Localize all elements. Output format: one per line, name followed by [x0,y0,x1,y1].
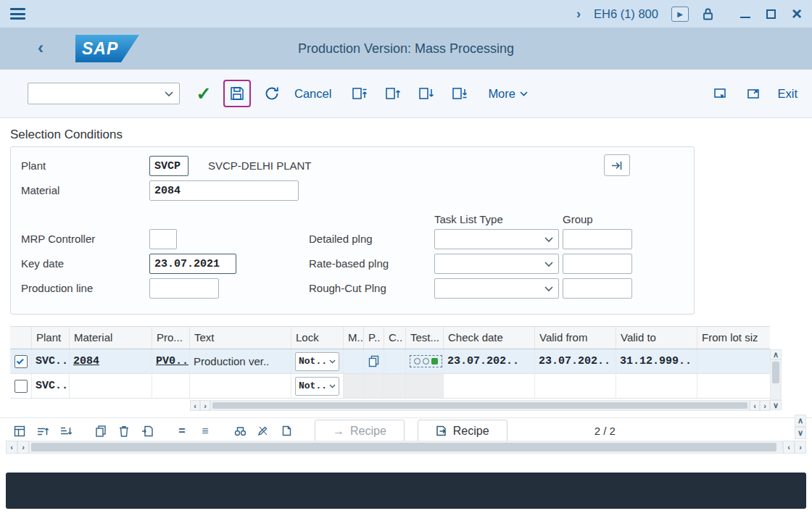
display-recipe-button[interactable]: Recipe [418,420,508,442]
cell-prod-version-link[interactable]: PV0.. [156,355,188,367]
column-header-valid-from[interactable]: Valid from [535,327,616,349]
shrink-window-button[interactable] [708,81,732,106]
scrollbar-thumb[interactable] [31,443,776,452]
multiple-selection-button[interactable] [604,154,630,176]
column-header-from-lot-size[interactable]: From lot siz [697,327,770,349]
sort-descending-button[interactable] [57,422,75,441]
delete-row-button[interactable] [115,422,133,441]
confirm-button[interactable]: ✓ [191,81,216,106]
column-header-plant[interactable]: Plant [32,327,70,349]
save-button[interactable] [223,80,251,107]
more-button[interactable]: More [488,87,528,101]
scroll-left-icon[interactable]: ‹ [6,441,17,454]
cell-check-date[interactable] [444,374,535,398]
scroll-up-icon[interactable]: ∧ [770,349,782,359]
refresh-button[interactable] [260,81,284,106]
column-header-prod-version[interactable]: Pro... [152,327,190,349]
scroll-down-icon[interactable]: ∨ [795,427,806,439]
paste-row-button[interactable] [138,422,157,441]
production-line-input[interactable] [149,278,219,299]
scroll-down-icon[interactable]: ∨ [770,400,782,410]
play-button-icon[interactable]: ▶ [671,7,689,22]
cell-prod-version[interactable] [152,374,190,398]
rough-cut-plng-group-input[interactable] [563,278,632,299]
column-header-lock[interactable]: Lock [291,327,344,349]
sort-ascending-button[interactable] [33,422,52,441]
scroll-right-icon[interactable]: › [17,441,29,454]
rough-cut-plng-select[interactable] [434,278,559,299]
cell-valid-to[interactable]: 31.12.999.. [616,349,697,373]
lock-icon[interactable] [702,7,714,21]
scroll-left-icon[interactable]: ‹ [750,400,760,411]
scroll-right-icon[interactable]: › [200,400,210,411]
column-header-c[interactable]: C.. [384,327,406,349]
column-header-material[interactable]: Material [70,327,152,349]
scroll-right-icon[interactable]: › [760,400,770,411]
cell-test [406,349,444,373]
cell-lock: Not.. [291,374,344,398]
previous-page-button[interactable] [381,81,405,106]
lock-select[interactable]: Not.. [295,352,339,371]
scrollbar-thumb[interactable] [212,402,747,409]
scroll-left-icon[interactable]: ‹ [783,441,795,454]
cell-material-link[interactable]: 2084 [73,355,99,367]
command-input[interactable] [28,83,159,102]
scrollbar-track[interactable] [770,359,782,400]
column-header-select[interactable] [10,327,32,349]
cell-valid-to[interactable] [616,374,697,398]
display-document-button[interactable] [277,422,296,441]
close-icon[interactable]: × [792,7,802,20]
copy-row-button[interactable] [91,422,110,441]
last-page-button[interactable] [447,81,472,106]
command-field[interactable] [28,83,180,104]
chevron-right-icon[interactable]: › [576,7,581,20]
column-header-test[interactable]: Test... [406,327,444,349]
next-page-button[interactable] [414,81,439,106]
column-header-valid-to[interactable]: Valid to [616,327,697,349]
mrp-controller-label: MRP Controller [21,229,95,249]
cell-material[interactable] [70,374,152,398]
rate-based-plng-select[interactable] [434,254,559,274]
mrp-controller-input[interactable] [149,229,177,249]
key-date-input[interactable] [149,254,236,274]
detailed-plng-select[interactable] [434,229,559,249]
transfer-to-recipe-button[interactable]: → Recipe [315,420,405,442]
cell-valid-from[interactable]: 23.07.202.. [535,349,616,373]
set-values-button[interactable]: = [173,422,191,441]
cell-check-date[interactable]: 23.07.202.. [444,349,535,373]
expand-window-button[interactable] [741,81,766,106]
plant-input[interactable] [149,156,188,176]
layout-button[interactable] [10,422,29,441]
material-input[interactable] [149,180,299,201]
pencil-icon [257,425,269,436]
detailed-plng-group-input[interactable] [563,229,632,249]
scroll-right-icon[interactable]: › [795,441,806,454]
column-header-p[interactable]: P.. [364,327,384,349]
menu-icon[interactable] [10,8,25,20]
column-header-m[interactable]: M.. [344,327,364,349]
maximize-icon[interactable] [766,9,776,19]
cancel-button[interactable]: Cancel [294,87,331,101]
rate-based-plng-group-input[interactable] [563,254,632,274]
exit-button[interactable]: Exit [777,87,798,101]
find-button[interactable] [231,422,249,441]
test-status-cell[interactable] [410,355,442,367]
cell-valid-from[interactable] [535,374,616,398]
lock-select[interactable]: Not.. [295,377,339,396]
copy-icon[interactable] [368,355,379,367]
column-header-check-date[interactable]: Check date [444,327,535,349]
first-page-button[interactable] [347,81,372,106]
scrollbar-thumb[interactable] [772,362,779,383]
scroll-up-icon[interactable]: ∧ [795,415,806,427]
select-identical-button[interactable]: ≡ [196,422,215,441]
scrollbar-track[interactable] [210,400,750,411]
row-select-checkbox[interactable] [14,355,28,368]
mass-change-button[interactable] [254,422,273,441]
column-header-text[interactable]: Text [190,327,291,349]
scrollbar-track[interactable] [29,441,783,454]
row-select-checkbox[interactable] [14,380,28,393]
checkmark-icon: ✓ [196,83,212,104]
plant-label: Plant [21,156,46,176]
scroll-left-icon[interactable]: ‹ [190,400,200,411]
minimize-icon[interactable] [740,17,750,19]
